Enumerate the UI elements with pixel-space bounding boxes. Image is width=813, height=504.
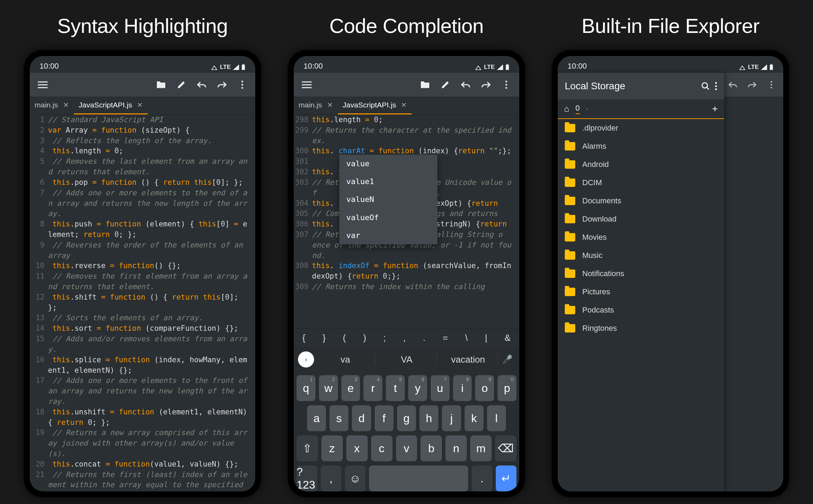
undo-icon[interactable] bbox=[724, 75, 742, 94]
tab[interactable]: JavaScriptAPI.js✕ bbox=[74, 97, 148, 114]
folder-item[interactable]: Notifications bbox=[558, 265, 724, 283]
key-y[interactable]: y6 bbox=[408, 375, 427, 401]
symbol-key[interactable]: } bbox=[322, 332, 326, 343]
key-?123[interactable]: ?123 bbox=[297, 465, 317, 491]
symbol-key[interactable]: ; bbox=[383, 332, 386, 343]
key-h[interactable]: h bbox=[419, 405, 438, 431]
tab[interactable]: JavaScriptAPI.js✕ bbox=[338, 97, 412, 114]
mic-icon[interactable]: 🎤 bbox=[500, 355, 515, 364]
symbol-key[interactable]: & bbox=[505, 332, 510, 343]
expand-icon[interactable]: › bbox=[298, 351, 314, 368]
symbol-key[interactable]: = bbox=[443, 332, 448, 343]
symbol-row[interactable]: {}();,.=\|& bbox=[294, 328, 519, 347]
autocomplete-item[interactable]: valueN bbox=[339, 190, 437, 208]
autocomplete-item[interactable]: valueOf bbox=[339, 209, 437, 226]
file-list[interactable]: .dlproviderAlarmsAndroidDCIMDocumentsDow… bbox=[558, 119, 724, 491]
add-icon[interactable]: + bbox=[712, 103, 718, 114]
autocomplete-item[interactable]: value1 bbox=[339, 173, 437, 190]
autocomplete-item[interactable]: value bbox=[339, 155, 437, 173]
key-w[interactable]: w2 bbox=[319, 375, 338, 401]
key-v[interactable]: v bbox=[396, 435, 417, 461]
undo-icon[interactable] bbox=[456, 75, 475, 94]
key-l[interactable]: l bbox=[487, 405, 506, 431]
suggestion-1[interactable]: va bbox=[315, 354, 375, 365]
key-u[interactable]: u7 bbox=[431, 375, 450, 401]
tab[interactable]: main.js✕ bbox=[294, 97, 338, 114]
key-b[interactable]: b bbox=[421, 435, 442, 461]
key-d[interactable]: d bbox=[352, 405, 371, 431]
key-f[interactable]: f bbox=[375, 405, 394, 431]
key-j[interactable]: j bbox=[442, 405, 461, 431]
autocomplete-item[interactable]: var bbox=[339, 226, 437, 244]
folder-item[interactable]: Pictures bbox=[558, 283, 724, 301]
folder-item[interactable]: Documents bbox=[558, 192, 724, 210]
folder-item[interactable]: .dlprovider bbox=[558, 119, 724, 137]
folder-item[interactable]: Alarms bbox=[558, 137, 724, 155]
autocomplete-popup[interactable]: valuevalue1valueNvalueOfvar bbox=[339, 155, 437, 244]
close-icon[interactable]: ✕ bbox=[63, 101, 69, 109]
overflow-icon[interactable] bbox=[497, 75, 516, 94]
folder-item[interactable]: Movies bbox=[558, 228, 724, 246]
suggestion-2[interactable]: VA bbox=[377, 354, 437, 365]
folder-icon[interactable] bbox=[152, 75, 171, 94]
edit-icon[interactable] bbox=[172, 75, 191, 94]
close-icon[interactable]: ✕ bbox=[327, 101, 333, 109]
symbol-key[interactable]: , bbox=[403, 332, 405, 343]
key-a[interactable]: a bbox=[307, 405, 326, 431]
folder-item[interactable]: Ringtones bbox=[558, 319, 724, 337]
key-z[interactable]: z bbox=[321, 435, 343, 461]
key-p[interactable]: p0 bbox=[498, 375, 516, 401]
code-editor[interactable]: 298this.length = 0;299// Returns the cha… bbox=[294, 115, 519, 328]
key-n[interactable]: n bbox=[445, 435, 467, 461]
spacebar-key[interactable] bbox=[369, 465, 468, 491]
key-g[interactable]: g bbox=[397, 405, 416, 431]
key-t[interactable]: t5 bbox=[386, 375, 405, 401]
enter-key[interactable]: ↵ bbox=[496, 465, 516, 491]
symbol-key[interactable]: \ bbox=[465, 332, 468, 343]
folder-item[interactable]: DCIM bbox=[558, 174, 724, 192]
key-,[interactable]: , bbox=[321, 465, 341, 491]
folder-item[interactable]: Android bbox=[558, 155, 724, 174]
breadcrumb[interactable]: ⌂ 0 › + bbox=[558, 99, 724, 119]
home-icon[interactable]: ⌂ bbox=[564, 104, 569, 114]
symbol-key[interactable]: . bbox=[423, 332, 425, 343]
edit-icon[interactable] bbox=[436, 75, 455, 94]
close-icon[interactable]: ✕ bbox=[401, 101, 407, 109]
redo-icon[interactable] bbox=[477, 75, 495, 94]
key-c[interactable]: c bbox=[371, 435, 392, 461]
shift-key[interactable]: ⇧ bbox=[297, 435, 318, 461]
close-icon[interactable]: ✕ bbox=[137, 101, 143, 109]
code-editor[interactable]: 1// Standard JavaScript API2var Array = … bbox=[30, 115, 255, 491]
menu-icon[interactable] bbox=[33, 75, 52, 94]
menu-icon[interactable] bbox=[297, 75, 316, 94]
key-o[interactable]: o9 bbox=[475, 375, 494, 401]
folder-icon[interactable] bbox=[416, 75, 435, 94]
tab[interactable]: main.js✕ bbox=[30, 97, 74, 114]
key-x[interactable]: x bbox=[346, 435, 368, 461]
folder-item[interactable]: Download bbox=[558, 210, 724, 228]
key-s[interactable]: s bbox=[329, 405, 348, 431]
symbol-key[interactable]: | bbox=[485, 332, 487, 343]
key-☺[interactable]: ☺ bbox=[345, 465, 366, 491]
symbol-key[interactable]: ( bbox=[343, 332, 346, 343]
key-.[interactable]: . bbox=[472, 465, 492, 491]
breadcrumb-item[interactable]: 0 bbox=[576, 104, 580, 114]
overflow-icon[interactable] bbox=[233, 75, 252, 94]
suggestion-3[interactable]: vacation bbox=[438, 354, 498, 365]
key-k[interactable]: k bbox=[465, 405, 484, 431]
key-q[interactable]: q1 bbox=[297, 375, 315, 401]
search-icon[interactable] bbox=[701, 82, 710, 91]
undo-icon[interactable] bbox=[192, 75, 211, 94]
redo-icon[interactable] bbox=[213, 75, 231, 94]
key-e[interactable]: e3 bbox=[341, 375, 360, 401]
symbol-key[interactable]: ) bbox=[363, 332, 366, 343]
overflow-icon[interactable] bbox=[715, 82, 717, 90]
symbol-key[interactable]: { bbox=[303, 332, 306, 343]
folder-item[interactable]: Podcasts bbox=[558, 301, 724, 319]
key-r[interactable]: r4 bbox=[363, 375, 382, 401]
folder-item[interactable]: Music bbox=[558, 246, 724, 265]
overflow-icon[interactable] bbox=[762, 75, 780, 94]
key-m[interactable]: m bbox=[470, 435, 492, 461]
backspace-key[interactable]: ⌫ bbox=[495, 435, 516, 461]
redo-icon[interactable] bbox=[743, 75, 762, 94]
